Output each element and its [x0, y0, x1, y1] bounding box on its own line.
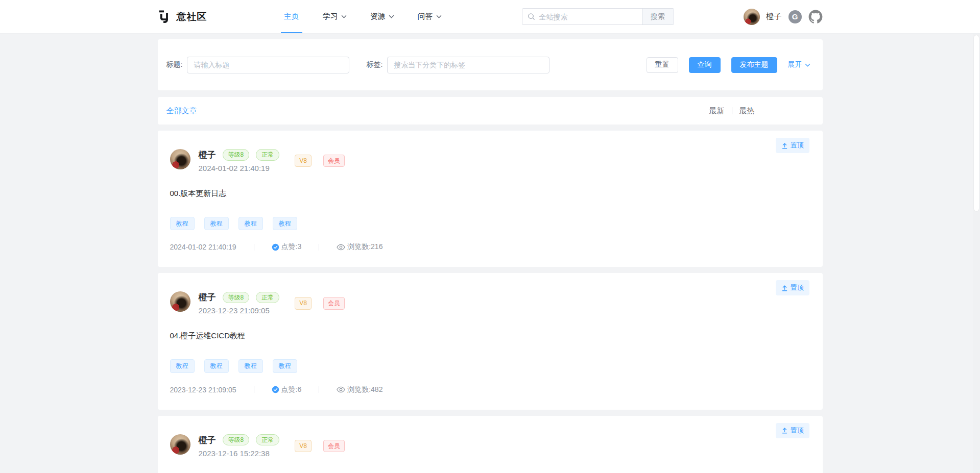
tag-chip[interactable]: 教程 [238, 359, 263, 372]
sort-newest[interactable]: 最新 [709, 106, 725, 116]
post-author-row: 橙子 等级8 正常 2023-12-23 21:09:05 V8 会员 [170, 291, 810, 315]
tag-chip[interactable]: 教程 [238, 217, 263, 230]
member-badge: 会员 [323, 155, 345, 167]
status-badge: 正常 [256, 292, 279, 303]
level-badge: 等级8 [223, 149, 250, 160]
pin-button[interactable]: 置顶 [776, 280, 809, 295]
pin-button[interactable]: 置顶 [776, 423, 809, 438]
query-button[interactable]: 查询 [689, 57, 721, 73]
post-tags: 教程 教程 教程 教程 [170, 359, 810, 372]
chevron-down-icon [341, 15, 347, 18]
tag-chip[interactable]: 教程 [204, 359, 229, 372]
meta-divider [254, 244, 254, 251]
tag-chip[interactable]: 教程 [170, 359, 195, 372]
post-card: 置顶 橙子 等级8 正常 2023-12-16 15:22:38 V8 会员 [158, 416, 823, 473]
pin-top-icon [781, 427, 788, 434]
views-eye-icon [337, 386, 345, 393]
meta-divider [254, 386, 254, 393]
nav-item-qa[interactable]: 问答 [418, 0, 442, 33]
post-card: 置顶 橙子 等级8 正常 2024-01-02 21:40:19 V8 会员 0… [158, 131, 823, 267]
sort-controls: 最新 最热 [709, 106, 755, 116]
pin-label: 置顶 [791, 283, 804, 292]
status-badge: 正常 [256, 149, 279, 160]
nav-item-label: 学习 [323, 12, 338, 21]
tag-filter-label: 标签: [366, 60, 383, 69]
search-input[interactable] [539, 13, 642, 21]
sort-hottest[interactable]: 最热 [739, 106, 755, 116]
pin-label: 置顶 [791, 141, 804, 150]
expand-toggle[interactable]: 展开 [788, 60, 810, 69]
status-badge: 正常 [256, 434, 279, 445]
author-name[interactable]: 橙子 [199, 149, 216, 161]
user-area: 橙子 G [744, 9, 823, 25]
level-badge: 等级8 [223, 434, 250, 445]
post-card: 置顶 橙子 等级8 正常 2023-12-23 21:09:05 V8 会员 0… [158, 273, 823, 409]
chevron-down-icon [805, 63, 810, 67]
nav-item-label: 问答 [418, 12, 433, 21]
tag-filter-input[interactable] [387, 57, 549, 73]
views-eye-icon [337, 244, 345, 251]
sort-divider [732, 107, 732, 114]
search-button[interactable]: 搜索 [642, 8, 674, 25]
author-name[interactable]: 橙子 [199, 434, 216, 446]
post-author-row: 橙子 等级8 正常 2024-01-02 21:40:19 V8 会员 [170, 149, 810, 172]
main-nav: 主页 学习 资源 问答 [284, 0, 442, 33]
chevron-down-icon [389, 15, 394, 18]
post-title[interactable]: 04.橙子运维CICD教程 [170, 331, 810, 341]
post-title[interactable]: 00.版本更新日志 [170, 189, 810, 198]
list-header: 全部文章 最新 最热 [158, 97, 823, 125]
chevron-down-icon [436, 15, 442, 18]
member-badge: 会员 [323, 297, 345, 309]
tag-chip[interactable]: 教程 [273, 217, 297, 230]
vip-badge: V8 [295, 297, 312, 309]
nav-item-home[interactable]: 主页 [284, 0, 299, 33]
publish-topic-button[interactable]: 发布主题 [731, 57, 777, 73]
reset-button[interactable]: 重置 [647, 57, 678, 73]
scrollbar-thumb[interactable] [974, 35, 979, 211]
brand-logo[interactable]: 意社区 [158, 10, 207, 23]
user-name[interactable]: 橙子 [767, 12, 782, 21]
logo-icon [158, 10, 172, 23]
author-name[interactable]: 橙子 [199, 291, 216, 303]
nav-item-resources[interactable]: 资源 [370, 0, 394, 33]
nav-item-label: 资源 [370, 12, 386, 21]
post-created-date: 2024-01-02 21:40:19 [199, 164, 280, 172]
like-count: 点赞:3 [281, 242, 302, 252]
post-meta: 2023-12-23 21:09:05 点赞:6 浏览数:482 [170, 385, 810, 394]
tag-chip[interactable]: 教程 [204, 217, 229, 230]
pin-top-icon [781, 285, 788, 291]
nav-item-learn[interactable]: 学习 [323, 0, 347, 33]
view-count: 浏览数:216 [347, 242, 383, 252]
post-meta: 2024-01-02 21:40:19 点赞:3 浏览数:216 [170, 242, 810, 252]
meta-date: 2023-12-23 21:09:05 [170, 386, 236, 394]
view-count: 浏览数:482 [347, 385, 383, 394]
user-avatar[interactable] [744, 9, 760, 25]
gitee-icon[interactable]: G [788, 10, 802, 23]
tag-chip[interactable]: 教程 [170, 217, 195, 230]
title-filter-input[interactable] [187, 57, 349, 73]
site-search: 搜索 [522, 8, 674, 25]
post-tags: 教程 教程 教程 教程 [170, 217, 810, 230]
author-avatar[interactable] [170, 149, 190, 169]
all-articles-link[interactable]: 全部文章 [166, 106, 197, 116]
tag-chip[interactable]: 教程 [273, 359, 297, 372]
expand-label: 展开 [788, 60, 802, 69]
vip-badge: V8 [295, 155, 312, 167]
post-created-date: 2023-12-16 15:22:38 [199, 449, 280, 458]
page-content: 标题: 标签: 重置 查询 发布主题 展开 全部文章 最新 最热 置顶 [158, 39, 823, 473]
member-badge: 会员 [323, 440, 345, 452]
meta-divider [319, 386, 319, 393]
like-check-icon [272, 243, 279, 251]
post-created-date: 2023-12-23 21:09:05 [199, 306, 280, 315]
pin-button[interactable]: 置顶 [776, 138, 809, 153]
github-icon[interactable] [808, 10, 823, 24]
author-avatar[interactable] [170, 434, 190, 455]
scrollbar[interactable] [973, 34, 980, 473]
pin-label: 置顶 [791, 426, 804, 435]
nav-item-label: 主页 [284, 12, 299, 21]
author-avatar[interactable] [170, 291, 190, 312]
like-count: 点赞:6 [281, 385, 302, 394]
title-filter-label: 标题: [166, 60, 183, 69]
meta-date: 2024-01-02 21:40:19 [170, 243, 236, 251]
level-badge: 等级8 [223, 292, 250, 303]
